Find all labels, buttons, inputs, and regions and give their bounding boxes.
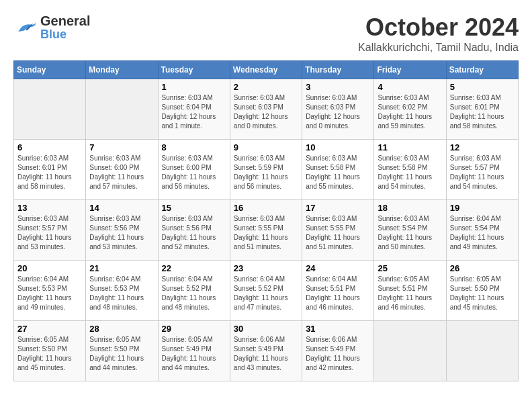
day-info: Sunrise: 6:05 AM Sunset: 5:50 PM Dayligh… (450, 275, 515, 312)
calendar-cell: 11Sunrise: 6:03 AM Sunset: 5:58 PM Dayli… (374, 140, 446, 200)
day-info: Sunrise: 6:03 AM Sunset: 5:56 PM Dayligh… (162, 214, 226, 252)
logo-blue: Blue (40, 28, 90, 42)
day-info: Sunrise: 6:04 AM Sunset: 5:52 PM Dayligh… (162, 275, 226, 312)
day-info: Sunrise: 6:03 AM Sunset: 6:03 PM Dayligh… (306, 93, 370, 131)
day-info: Sunrise: 6:05 AM Sunset: 5:51 PM Dayligh… (378, 275, 442, 312)
calendar-cell (86, 79, 158, 140)
calendar-cell: 10Sunrise: 6:03 AM Sunset: 5:58 PM Dayli… (302, 140, 374, 200)
calendar-cell: 26Sunrise: 6:05 AM Sunset: 5:50 PM Dayli… (446, 261, 518, 321)
day-number: 8 (162, 142, 226, 152)
day-info: Sunrise: 6:06 AM Sunset: 5:49 PM Dayligh… (234, 335, 298, 373)
calendar-cell: 31Sunrise: 6:06 AM Sunset: 5:49 PM Dayli… (302, 321, 374, 381)
day-number: 26 (450, 263, 515, 273)
col-monday: Monday (86, 61, 158, 79)
day-info: Sunrise: 6:03 AM Sunset: 5:57 PM Dayligh… (450, 154, 515, 191)
calendar-week-5: 27Sunrise: 6:05 AM Sunset: 5:50 PM Dayli… (14, 321, 519, 381)
calendar-cell: 12Sunrise: 6:03 AM Sunset: 5:57 PM Dayli… (446, 140, 518, 200)
day-number: 12 (450, 142, 515, 152)
calendar-cell: 18Sunrise: 6:03 AM Sunset: 5:54 PM Dayli… (374, 200, 446, 261)
calendar-week-3: 13Sunrise: 6:03 AM Sunset: 5:57 PM Dayli… (14, 200, 519, 261)
calendar-cell: 4Sunrise: 6:03 AM Sunset: 6:02 PM Daylig… (374, 79, 446, 140)
day-number: 15 (162, 203, 226, 213)
calendar-cell: 3Sunrise: 6:03 AM Sunset: 6:03 PM Daylig… (302, 79, 374, 140)
day-info: Sunrise: 6:04 AM Sunset: 5:51 PM Dayligh… (306, 275, 370, 312)
logo-text-group: General Blue (40, 13, 90, 42)
day-number: 22 (162, 263, 226, 273)
day-number: 9 (234, 142, 298, 152)
page-header: General Blue October 2024 Kallakkurichch… (13, 13, 519, 54)
calendar-cell: 27Sunrise: 6:05 AM Sunset: 5:50 PM Dayli… (14, 321, 86, 381)
day-number: 2 (234, 82, 298, 92)
day-info: Sunrise: 6:06 AM Sunset: 5:49 PM Dayligh… (306, 335, 370, 373)
calendar-cell: 19Sunrise: 6:04 AM Sunset: 5:54 PM Dayli… (446, 200, 518, 261)
col-thursday: Thursday (302, 61, 374, 79)
day-info: Sunrise: 6:03 AM Sunset: 6:01 PM Dayligh… (450, 93, 515, 131)
day-info: Sunrise: 6:03 AM Sunset: 5:54 PM Dayligh… (378, 214, 442, 252)
calendar-header-row: Sunday Monday Tuesday Wednesday Thursday… (14, 61, 519, 79)
day-number: 23 (234, 263, 298, 273)
calendar-cell: 23Sunrise: 6:04 AM Sunset: 5:52 PM Dayli… (230, 261, 302, 321)
calendar-cell: 20Sunrise: 6:04 AM Sunset: 5:53 PM Dayli… (14, 261, 86, 321)
calendar-table: Sunday Monday Tuesday Wednesday Thursday… (13, 60, 519, 381)
day-number: 20 (17, 263, 82, 273)
col-wednesday: Wednesday (230, 61, 302, 79)
calendar-cell: 2Sunrise: 6:03 AM Sunset: 6:03 PM Daylig… (230, 79, 302, 140)
day-info: Sunrise: 6:03 AM Sunset: 5:55 PM Dayligh… (306, 214, 370, 252)
calendar-cell (14, 79, 86, 140)
day-number: 17 (306, 203, 370, 213)
day-number: 19 (450, 203, 515, 213)
month-title: October 2024 (358, 13, 519, 42)
day-info: Sunrise: 6:03 AM Sunset: 5:59 PM Dayligh… (234, 154, 298, 191)
day-number: 16 (234, 203, 298, 213)
day-info: Sunrise: 6:04 AM Sunset: 5:53 PM Dayligh… (89, 275, 154, 312)
day-number: 7 (89, 142, 154, 152)
day-info: Sunrise: 6:03 AM Sunset: 6:03 PM Dayligh… (234, 93, 298, 131)
day-info: Sunrise: 6:03 AM Sunset: 5:56 PM Dayligh… (89, 214, 154, 252)
day-number: 10 (306, 142, 370, 152)
day-number: 28 (89, 324, 154, 334)
calendar-cell (446, 321, 518, 381)
day-info: Sunrise: 6:03 AM Sunset: 6:02 PM Dayligh… (378, 93, 442, 131)
calendar-cell: 15Sunrise: 6:03 AM Sunset: 5:56 PM Dayli… (158, 200, 230, 261)
day-number: 5 (450, 82, 515, 92)
calendar-cell: 22Sunrise: 6:04 AM Sunset: 5:52 PM Dayli… (158, 261, 230, 321)
day-info: Sunrise: 6:03 AM Sunset: 6:00 PM Dayligh… (89, 154, 154, 191)
col-sunday: Sunday (14, 61, 86, 79)
calendar-week-2: 6Sunrise: 6:03 AM Sunset: 6:01 PM Daylig… (14, 140, 519, 200)
day-info: Sunrise: 6:05 AM Sunset: 5:49 PM Dayligh… (162, 335, 226, 373)
day-info: Sunrise: 6:03 AM Sunset: 5:58 PM Dayligh… (378, 154, 442, 191)
day-number: 4 (378, 82, 442, 92)
calendar-cell (374, 321, 446, 381)
calendar-cell: 16Sunrise: 6:03 AM Sunset: 5:55 PM Dayli… (230, 200, 302, 261)
calendar-cell: 29Sunrise: 6:05 AM Sunset: 5:49 PM Dayli… (158, 321, 230, 381)
col-friday: Friday (374, 61, 446, 79)
day-number: 29 (162, 324, 226, 334)
col-tuesday: Tuesday (158, 61, 230, 79)
day-number: 30 (234, 324, 298, 334)
day-number: 1 (162, 82, 226, 92)
day-number: 11 (378, 142, 442, 152)
day-info: Sunrise: 6:05 AM Sunset: 5:50 PM Dayligh… (17, 335, 82, 373)
day-info: Sunrise: 6:03 AM Sunset: 5:58 PM Dayligh… (306, 154, 370, 191)
calendar-cell: 21Sunrise: 6:04 AM Sunset: 5:53 PM Dayli… (86, 261, 158, 321)
day-number: 18 (378, 203, 442, 213)
day-info: Sunrise: 6:03 AM Sunset: 6:01 PM Dayligh… (17, 154, 82, 191)
calendar-cell: 30Sunrise: 6:06 AM Sunset: 5:49 PM Dayli… (230, 321, 302, 381)
calendar-cell: 9Sunrise: 6:03 AM Sunset: 5:59 PM Daylig… (230, 140, 302, 200)
day-info: Sunrise: 6:05 AM Sunset: 5:50 PM Dayligh… (89, 335, 154, 373)
day-info: Sunrise: 6:03 AM Sunset: 5:57 PM Dayligh… (17, 214, 82, 252)
calendar-cell: 17Sunrise: 6:03 AM Sunset: 5:55 PM Dayli… (302, 200, 374, 261)
day-number: 31 (306, 324, 370, 334)
calendar-cell: 6Sunrise: 6:03 AM Sunset: 6:01 PM Daylig… (14, 140, 86, 200)
day-number: 25 (378, 263, 442, 273)
col-saturday: Saturday (446, 61, 518, 79)
day-info: Sunrise: 6:04 AM Sunset: 5:52 PM Dayligh… (234, 275, 298, 312)
day-number: 24 (306, 263, 370, 273)
day-number: 13 (17, 203, 82, 213)
day-number: 27 (17, 324, 82, 334)
day-number: 14 (89, 203, 154, 213)
day-info: Sunrise: 6:03 AM Sunset: 5:55 PM Dayligh… (234, 214, 298, 252)
calendar-cell: 13Sunrise: 6:03 AM Sunset: 5:57 PM Dayli… (14, 200, 86, 261)
logo-icon (13, 18, 38, 37)
title-area: October 2024 Kallakkurichchi, Tamil Nadu… (358, 13, 519, 54)
